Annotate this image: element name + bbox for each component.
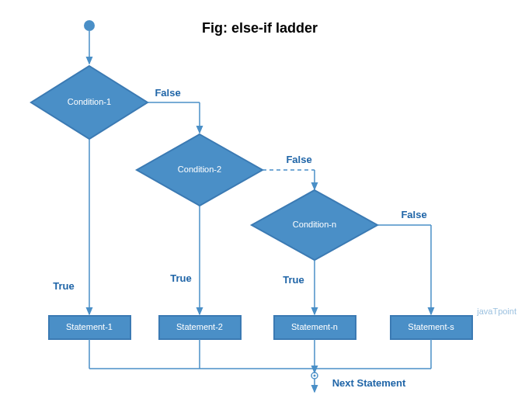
process-label: Statement-n (291, 322, 338, 331)
decision-label: Condition-2 (178, 165, 221, 174)
decision-label: Condition-1 (68, 97, 111, 106)
edge-label-true: True (283, 274, 304, 286)
decision-label: Condition-n (293, 220, 336, 229)
edge-label-false: False (155, 87, 180, 99)
edge-label-false: False (401, 209, 426, 220)
flowchart-svg: Condition-1 False Condition-2 False Cond… (0, 0, 532, 402)
process-label: Statement-1 (66, 322, 113, 331)
process-label: Statement-s (408, 322, 454, 331)
edge-label-true: True (53, 280, 74, 292)
process-label: Statement-2 (176, 322, 223, 331)
edge-label-true: True (170, 272, 191, 284)
edge-label-false: False (286, 154, 311, 165)
next-statement-label: Next Statement (332, 377, 406, 389)
start-node (84, 20, 95, 31)
watermark: javaTpoint (477, 307, 516, 316)
svg-point-16 (314, 375, 316, 377)
